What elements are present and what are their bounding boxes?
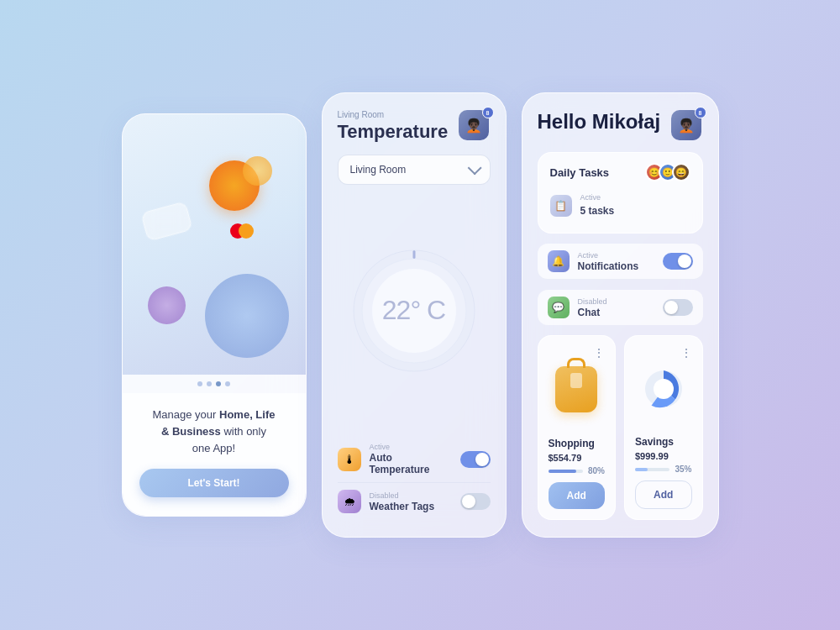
weather-tags-status: Disabled bbox=[370, 491, 452, 500]
shopping-add-button[interactable]: Add bbox=[549, 482, 606, 509]
temp-header: Living Room Temperature 🧑🏿‍🦱 8 bbox=[338, 110, 491, 143]
notif-icon: 🔔 bbox=[548, 250, 570, 272]
blob-purple bbox=[148, 286, 186, 324]
shopping-menu-icon[interactable]: ⋮ bbox=[593, 346, 605, 360]
pie-svg bbox=[643, 368, 685, 410]
weather-tags-icon: 🌧 bbox=[338, 490, 361, 513]
chat-icon: 💬 bbox=[548, 297, 570, 318]
daily-tasks-header: Daily Tasks 😊 🙂 😄 bbox=[550, 163, 690, 181]
notif-name: Notifications bbox=[578, 260, 654, 272]
glass-card-float bbox=[140, 201, 192, 241]
hello-screen: Hello Mikołaj 🧑🏿‍🦱 8 Daily Tasks 😊 🙂 😄 📋 bbox=[522, 92, 719, 538]
room-selector-label: Living Room bbox=[350, 164, 407, 176]
savings-title: Savings bbox=[635, 436, 692, 448]
auto-temp-status: Active bbox=[370, 443, 452, 451]
savings-menu-icon[interactable]: ⋮ bbox=[680, 346, 692, 360]
temp-value: 22° C bbox=[382, 295, 445, 326]
thermostat-dial[interactable]: // Generate tick marks const ticks = [];… bbox=[347, 244, 481, 378]
chat-info: Disabled Chat bbox=[578, 297, 654, 318]
shopping-progress-fill bbox=[549, 470, 576, 473]
bottom-widgets: ⋮ Shopping $554.79 80% Add bbox=[538, 335, 703, 520]
dot-4[interactable] bbox=[225, 381, 230, 386]
notif-toggle-knob bbox=[678, 255, 691, 268]
welcome-text: Manage your Home, Life& Business with on… bbox=[139, 407, 289, 457]
temperature-screen: Living Room Temperature 🧑🏿‍🦱 8 Living Ro… bbox=[322, 92, 507, 538]
hello-header: Hello Mikołaj 🧑🏿‍🦱 8 bbox=[538, 110, 703, 142]
notif-info: Active Notifications bbox=[578, 251, 654, 272]
chat-status: Disabled bbox=[578, 297, 654, 306]
savings-icon-area bbox=[635, 348, 692, 429]
mc-yellow-circle bbox=[239, 223, 254, 239]
chat-toggle[interactable] bbox=[663, 299, 693, 316]
chat-row: 💬 Disabled Chat bbox=[538, 290, 703, 325]
notif-status: Active bbox=[578, 251, 654, 260]
weather-tags-name: Weather Tags bbox=[370, 501, 452, 512]
dot-2[interactable] bbox=[207, 381, 212, 386]
savings-progress-row: 35% bbox=[635, 465, 692, 474]
task-avatars: 😊 🙂 😄 bbox=[645, 163, 690, 181]
hello-title: Hello Mikołaj bbox=[538, 110, 661, 134]
dot-3-active[interactable] bbox=[216, 381, 221, 386]
savings-pct: 35% bbox=[675, 465, 691, 474]
hero-area bbox=[123, 114, 306, 375]
chevron-down-icon bbox=[467, 160, 481, 175]
savings-progress-bg bbox=[635, 468, 669, 471]
savings-progress-fill bbox=[635, 468, 648, 471]
shopping-amount: $554.79 bbox=[549, 453, 606, 463]
dot-1[interactable] bbox=[197, 381, 202, 386]
tasks-name: 5 tasks bbox=[580, 205, 615, 217]
weather-tags-info: Disabled Weather Tags bbox=[370, 491, 452, 512]
tasks-text: Active 5 tasks bbox=[580, 193, 690, 218]
welcome-bottom: Manage your Home, Life& Business with on… bbox=[123, 393, 306, 516]
chat-name: Chat bbox=[578, 307, 654, 318]
savings-pie-chart bbox=[643, 368, 685, 410]
auto-temp-name: Auto Temperature bbox=[370, 452, 452, 475]
temp-title: Temperature bbox=[338, 121, 449, 143]
blob-blue bbox=[205, 274, 289, 358]
pagination-dots bbox=[123, 375, 306, 393]
shopping-widget: ⋮ Shopping $554.79 80% Add bbox=[538, 335, 617, 520]
savings-amount: $999.99 bbox=[635, 451, 692, 461]
weather-tags-toggle[interactable] bbox=[460, 493, 491, 510]
shopping-progress-bg bbox=[549, 470, 583, 473]
daily-tasks-card: Daily Tasks 😊 🙂 😄 📋 Active 5 tasks bbox=[538, 152, 703, 234]
notif-toggle[interactable] bbox=[663, 253, 693, 270]
shopping-progress-row: 80% bbox=[549, 466, 606, 475]
tasks-icon: 📋 bbox=[550, 195, 572, 217]
welcome-screen: Manage your Home, Life& Business with on… bbox=[122, 113, 307, 517]
screens-container: Manage your Home, Life& Business with on… bbox=[122, 92, 719, 538]
chat-toggle-knob bbox=[664, 301, 678, 314]
tasks-status: Active bbox=[580, 193, 690, 202]
lets-start-button[interactable]: Let's Start! bbox=[139, 469, 289, 497]
hello-avatar-figure: 🧑🏿‍🦱 bbox=[678, 118, 695, 134]
toggle-knob-2 bbox=[462, 495, 475, 508]
svg-point-5 bbox=[654, 379, 674, 399]
thermostat-container: // Generate tick marks const ticks = [];… bbox=[338, 197, 491, 424]
hello-avatar-badge: 🧑🏿‍🦱 8 bbox=[671, 110, 703, 142]
temp-settings: 🌡 Active Auto Temperature 🌧 Disabled Wea… bbox=[338, 436, 491, 520]
shopping-title: Shopping bbox=[549, 438, 606, 449]
shopping-bag-icon bbox=[555, 366, 597, 412]
temp-badge-num: 8 bbox=[482, 107, 494, 118]
temp-avatar-figure: 🧑🏿‍🦱 bbox=[465, 118, 482, 134]
toggle-knob bbox=[475, 453, 489, 466]
shopping-pct: 80% bbox=[588, 466, 605, 475]
task-avatar-3: 😄 bbox=[672, 163, 690, 181]
room-selector[interactable]: Living Room bbox=[338, 155, 491, 185]
shopping-icon-area bbox=[549, 348, 606, 431]
temp-title-area: Living Room Temperature bbox=[338, 110, 449, 143]
savings-widget: ⋮ Savi bbox=[624, 335, 703, 520]
setting-auto-temp: 🌡 Active Auto Temperature bbox=[338, 436, 491, 483]
notif-row: 🔔 Active Notifications bbox=[538, 244, 703, 280]
bag-handle bbox=[567, 358, 585, 368]
hello-badge-num: 8 bbox=[695, 107, 706, 118]
temp-avatar-badge: 🧑🏿‍🦱 8 bbox=[459, 110, 491, 142]
daily-tasks-title: Daily Tasks bbox=[550, 166, 610, 179]
savings-add-button[interactable]: Add bbox=[635, 480, 692, 509]
bag-tag bbox=[570, 373, 582, 388]
blob-yellow bbox=[243, 156, 272, 186]
setting-weather-tags: 🌧 Disabled Weather Tags bbox=[338, 483, 491, 520]
auto-temp-toggle[interactable] bbox=[460, 451, 491, 468]
temp-subtitle: Living Room bbox=[338, 110, 449, 119]
tasks-count-item: 📋 Active 5 tasks bbox=[550, 188, 690, 223]
